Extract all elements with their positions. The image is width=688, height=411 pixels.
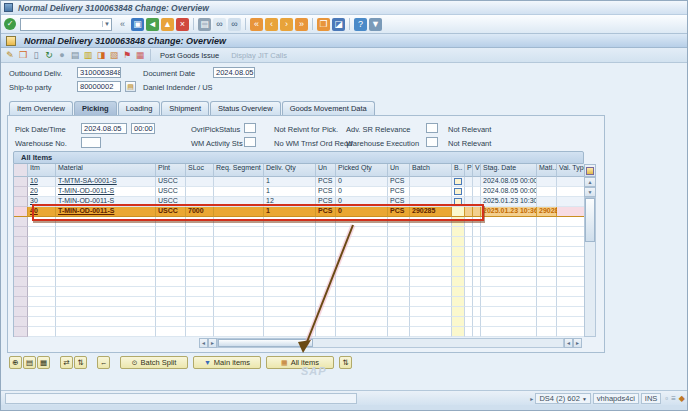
row-select-cell[interactable] xyxy=(14,317,28,327)
new-session-icon[interactable]: ❐ xyxy=(317,18,330,31)
row-select-cell[interactable] xyxy=(14,257,28,267)
cell-material[interactable] xyxy=(56,247,156,257)
cell-plnt[interactable] xyxy=(156,307,186,317)
enter-check-icon[interactable]: ✓ xyxy=(4,18,16,30)
vertical-scrollbar-thumb[interactable] xyxy=(585,198,595,242)
customize-icon[interactable]: ▼ xyxy=(369,18,382,31)
table-row-empty[interactable] xyxy=(14,257,584,267)
sort-items-icon[interactable]: ⇅ xyxy=(74,356,87,369)
cell-stag_date[interactable] xyxy=(481,227,537,237)
column-header-picked_qty[interactable]: Picked Qty xyxy=(336,164,388,177)
cell-b[interactable] xyxy=(452,287,465,297)
cell-v[interactable] xyxy=(473,187,481,197)
tab-status-overview[interactable]: Status Overview xyxy=(210,101,281,115)
cell-b[interactable] xyxy=(452,227,465,237)
cell-material[interactable]: T-MIN-OD-0011-S xyxy=(56,197,156,207)
cell-picked_qty[interactable] xyxy=(336,307,388,317)
cell-picked_qty[interactable] xyxy=(336,327,388,337)
cell-p[interactable] xyxy=(465,297,473,307)
cell-b[interactable] xyxy=(452,177,465,187)
horizontal-scrollbar-thumb[interactable] xyxy=(218,339,313,347)
cell-matl[interactable] xyxy=(537,297,557,307)
table-row-empty[interactable] xyxy=(14,317,584,327)
cell-p[interactable] xyxy=(465,247,473,257)
cell-deliv_qty[interactable]: 12 xyxy=(264,197,316,207)
column-header-un2[interactable]: Un xyxy=(388,164,410,177)
cell-material[interactable] xyxy=(56,287,156,297)
cell-plnt[interactable]: USCC xyxy=(156,207,186,217)
cell-itm[interactable] xyxy=(28,327,56,337)
choose-detail-icon[interactable]: ⊕ xyxy=(9,356,22,369)
cell-val_type[interactable] xyxy=(557,207,585,217)
cell-b[interactable] xyxy=(452,317,465,327)
back-icon[interactable]: ◄ xyxy=(146,18,159,31)
scroll-left-end-icon[interactable]: ◄ xyxy=(564,338,573,348)
cell-plnt[interactable] xyxy=(156,327,186,337)
cell-sloc[interactable] xyxy=(186,297,214,307)
cell-un1[interactable] xyxy=(316,277,336,287)
cell-stag_date[interactable]: 2024.08.05 00:00 xyxy=(481,177,537,187)
cell-matl[interactable] xyxy=(537,257,557,267)
cell-un2[interactable] xyxy=(388,287,410,297)
grid-icon[interactable]: ▦ xyxy=(134,49,146,61)
cell-deliv_qty[interactable] xyxy=(264,307,316,317)
cell-stag_date[interactable] xyxy=(481,277,537,287)
row-select-cell[interactable] xyxy=(14,287,28,297)
cell-un2[interactable] xyxy=(388,237,410,247)
cell-v[interactable] xyxy=(473,227,481,237)
tab-loading[interactable]: Loading xyxy=(118,101,161,115)
cell-req_segment[interactable] xyxy=(214,317,264,327)
cell-deliv_qty[interactable] xyxy=(264,287,316,297)
cell-b[interactable] xyxy=(452,197,465,207)
cell-batch[interactable] xyxy=(410,217,452,227)
cell-picked_qty[interactable] xyxy=(336,287,388,297)
cell-stag_date[interactable] xyxy=(481,317,537,327)
batch-split-button[interactable]: ⊙Batch Split xyxy=(120,356,188,369)
row-select-cell[interactable] xyxy=(14,297,28,307)
cell-plnt[interactable] xyxy=(156,277,186,287)
cell-plnt[interactable] xyxy=(156,217,186,227)
cell-batch[interactable] xyxy=(410,197,452,207)
cell-plnt[interactable]: USCC xyxy=(156,177,186,187)
row-select-cell[interactable] xyxy=(14,177,28,187)
cell-itm[interactable] xyxy=(28,257,56,267)
cell-v[interactable] xyxy=(473,307,481,317)
cell-stag_date[interactable] xyxy=(481,247,537,257)
cell-matl[interactable] xyxy=(537,227,557,237)
scroll-up-icon[interactable]: ▲ xyxy=(584,177,596,187)
cell-itm[interactable] xyxy=(28,247,56,257)
cell-sloc[interactable] xyxy=(186,247,214,257)
cell-un2[interactable] xyxy=(388,277,410,287)
transaction-icon[interactable] xyxy=(6,36,16,46)
cell-p[interactable] xyxy=(465,277,473,287)
cell-sloc[interactable] xyxy=(186,307,214,317)
cell-matl[interactable] xyxy=(537,247,557,257)
cell-req_segment[interactable] xyxy=(214,247,264,257)
cell-batch[interactable] xyxy=(410,307,452,317)
cell-p[interactable] xyxy=(465,287,473,297)
cell-p[interactable] xyxy=(465,197,473,207)
tab-shipment[interactable]: Shipment xyxy=(161,101,209,115)
adv-sr-relevance-box[interactable] xyxy=(426,123,438,133)
cell-un1[interactable] xyxy=(316,287,336,297)
cell-b[interactable] xyxy=(452,237,465,247)
table-row-empty[interactable] xyxy=(14,227,584,237)
cell-picked_qty[interactable]: 0 xyxy=(336,187,388,197)
cell-sloc[interactable] xyxy=(186,187,214,197)
tab-item-overview[interactable]: Item Overview xyxy=(9,101,73,115)
cell-picked_qty[interactable] xyxy=(336,247,388,257)
cell-un1[interactable] xyxy=(316,317,336,327)
status-expand-icon[interactable]: ▸ xyxy=(530,395,533,402)
cell-sloc[interactable] xyxy=(186,317,214,327)
cell-sloc[interactable]: 7000 xyxy=(186,207,214,217)
scroll-down-icon[interactable]: ▼ xyxy=(584,187,596,197)
cell-picked_qty[interactable] xyxy=(336,297,388,307)
warehouse-execution-box[interactable] xyxy=(426,137,438,147)
column-header-v[interactable]: V xyxy=(473,164,481,177)
table-row-empty[interactable] xyxy=(14,327,584,337)
wm-activity-box[interactable] xyxy=(244,137,256,147)
print-icon[interactable]: ▤ xyxy=(69,49,81,61)
cell-req_segment[interactable] xyxy=(214,177,264,187)
cell-material[interactable] xyxy=(56,327,156,337)
column-header-req_segment[interactable]: Req. Segment xyxy=(214,164,264,177)
